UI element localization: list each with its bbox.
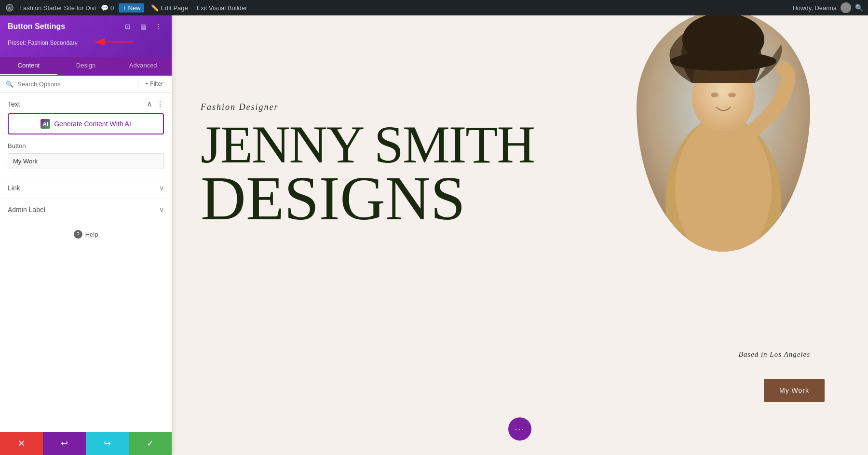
preset-line: Preset: Fashion Secondary xyxy=(8,35,164,51)
panel-header: Button Settings ⊡ ▦ ⋮ Preset: Fashion Se… xyxy=(0,15,172,57)
undo-button[interactable]: ↩ xyxy=(43,432,86,455)
save-button[interactable]: ✓ xyxy=(129,432,172,455)
settings-icon[interactable]: ⊡ xyxy=(122,21,133,32)
site-name[interactable]: Fashion Starter Site for Divi xyxy=(19,4,96,12)
svg-point-11 xyxy=(711,93,719,97)
chevron-down-icon: ∨ xyxy=(159,184,164,192)
fashion-name-line2: DESIGNS xyxy=(201,170,534,227)
admin-bar: W Fashion Starter Site for Divi 💬 0 + Ne… xyxy=(0,0,868,15)
section-controls: ∧ ⋮ xyxy=(147,99,164,108)
portrait-oval xyxy=(637,15,810,252)
new-button[interactable]: + New xyxy=(119,3,144,13)
based-in-text: Based in Los Angeles xyxy=(739,350,810,359)
text-section-title: Text xyxy=(8,100,20,108)
close-icon: ✕ xyxy=(18,438,25,449)
pencil-icon: ✏️ xyxy=(151,4,159,12)
ai-icon: AI xyxy=(41,119,50,129)
fashion-content: Fashion Designer JENNY SMITH DESIGNS Bas… xyxy=(172,15,868,455)
tab-design[interactable]: Design xyxy=(57,57,115,75)
svg-point-12 xyxy=(728,93,736,97)
redo-icon: ↪ xyxy=(104,438,111,449)
redo-button[interactable]: ↪ xyxy=(86,432,129,455)
filter-button[interactable]: + Filter xyxy=(142,80,166,88)
help-icon: ? xyxy=(74,230,82,239)
panel-header-top: Button Settings ⊡ ▦ ⋮ xyxy=(8,21,164,32)
admin-label-section: Admin Label ∨ xyxy=(0,199,172,220)
panel-content: 🔍 + Filter Text ∧ ⋮ AI Generate Content … xyxy=(0,76,172,432)
admin-bar-right: Howdy, Deanna 🔍 xyxy=(792,2,863,13)
collapse-button[interactable]: ∧ xyxy=(147,99,152,108)
preset-label[interactable]: Preset: Fashion Secondary xyxy=(8,40,78,46)
fashion-text: Fashion Designer JENNY SMITH DESIGNS xyxy=(201,102,534,227)
exit-builder-button[interactable]: Exit Visual Builder xyxy=(195,3,249,13)
search-bar: 🔍 + Filter xyxy=(0,76,172,93)
avatar[interactable] xyxy=(841,2,851,13)
edit-page-button[interactable]: ✏️ Edit Page xyxy=(149,3,190,13)
help-button[interactable]: ? Help xyxy=(74,230,98,239)
comment-icon: 💬 xyxy=(101,4,108,12)
more-button[interactable]: ⋮ xyxy=(156,99,164,108)
panel-tabs: Content Design Advanced xyxy=(0,57,172,76)
admin-label-title: Admin Label xyxy=(8,206,45,214)
wordpress-logo-icon[interactable]: W xyxy=(5,3,14,13)
panel-header-icons: ⊡ ▦ ⋮ xyxy=(122,21,164,32)
save-icon: ✓ xyxy=(147,438,154,449)
red-arrow-annotation xyxy=(90,35,138,49)
fashion-subtitle: Fashion Designer xyxy=(201,102,534,112)
generate-ai-button[interactable]: AI Generate Content With AI xyxy=(8,113,164,134)
portrait-container xyxy=(637,15,820,271)
chevron-down-icon-2: ∨ xyxy=(159,206,164,214)
search-icon[interactable]: 🔍 xyxy=(855,4,863,12)
link-section-title: Link xyxy=(8,184,20,192)
comment-count[interactable]: 💬 0 xyxy=(101,4,114,12)
admin-bar-left: W Fashion Starter Site for Divi 💬 0 + Ne… xyxy=(5,3,787,13)
floating-dots-button[interactable]: ··· xyxy=(508,417,531,441)
search-icon: 🔍 xyxy=(6,80,14,88)
howdy-text: Howdy, Deanna xyxy=(792,4,837,12)
help-section: ? Help xyxy=(0,220,172,248)
close-button[interactable]: ✕ xyxy=(0,432,43,455)
text-section-header: Text ∧ ⋮ xyxy=(0,93,172,113)
link-section-header[interactable]: Link ∨ xyxy=(0,177,172,199)
undo-icon: ↩ xyxy=(61,438,68,449)
svg-text:W: W xyxy=(8,6,12,11)
button-section: Button xyxy=(0,142,172,177)
layout-icon[interactable]: ▦ xyxy=(138,21,149,32)
link-section: Link ∨ xyxy=(0,177,172,199)
button-text-input[interactable] xyxy=(8,153,164,169)
content-area: Fashion Designer JENNY SMITH DESIGNS Bas… xyxy=(172,15,868,455)
button-field-label: Button xyxy=(8,142,164,149)
my-work-button[interactable]: My Work xyxy=(764,379,825,402)
svg-point-10 xyxy=(682,15,764,66)
divider xyxy=(138,80,138,88)
bottom-toolbar: ✕ ↩ ↪ ✓ xyxy=(0,432,172,455)
tab-advanced[interactable]: Advanced xyxy=(114,57,172,75)
left-panel: Button Settings ⊡ ▦ ⋮ Preset: Fashion Se… xyxy=(0,15,172,455)
main-area: Button Settings ⊡ ▦ ⋮ Preset: Fashion Se… xyxy=(0,15,868,455)
more-options-icon[interactable]: ⋮ xyxy=(153,21,164,32)
fashion-name-line1: JENNY SMITH xyxy=(201,120,534,170)
search-input[interactable] xyxy=(17,80,134,88)
tab-content[interactable]: Content xyxy=(0,57,57,75)
panel-title: Button Settings xyxy=(8,22,65,31)
admin-label-header[interactable]: Admin Label ∨ xyxy=(0,199,172,220)
woman-portrait-svg xyxy=(637,15,810,252)
